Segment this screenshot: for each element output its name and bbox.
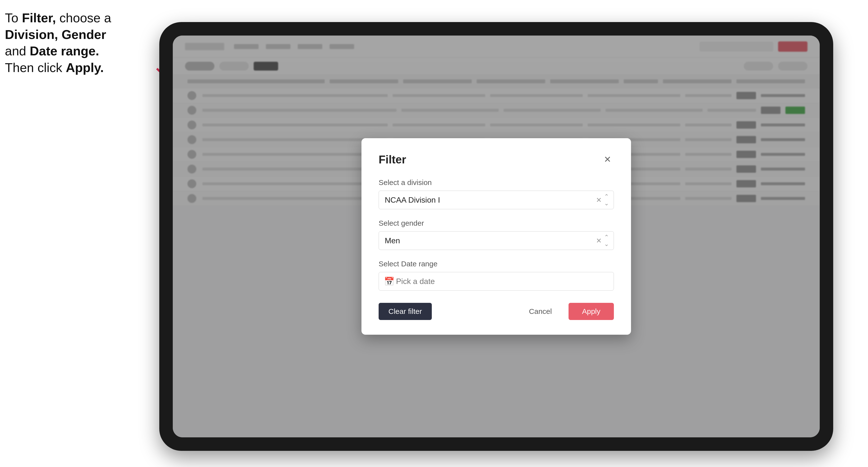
modal-footer: Clear filter Cancel Apply [379, 303, 614, 320]
instruction-line4: Then click Apply. [5, 61, 104, 75]
modal-close-button[interactable]: ✕ [601, 153, 614, 166]
modal-header: Filter ✕ [379, 153, 614, 166]
gender-label: Select gender [379, 219, 614, 227]
filter-modal: Filter ✕ Select a division NCAA Division… [362, 138, 631, 335]
date-input-wrapper[interactable]: 📅 [379, 272, 614, 290]
instruction-line1: To Filter, choose a [5, 11, 111, 25]
cancel-button[interactable]: Cancel [518, 303, 563, 320]
date-form-group: Select Date range 📅 [379, 260, 614, 290]
date-label: Select Date range [379, 260, 614, 268]
division-select[interactable]: NCAA Division I NCAA Division II NCAA Di… [379, 191, 614, 209]
instruction-bold2: Division, Gender [5, 27, 106, 42]
gender-select[interactable]: Men Women [379, 231, 614, 250]
instruction-text: To Filter, choose a Division, Gender and… [5, 10, 147, 76]
division-select-wrapper[interactable]: NCAA Division I NCAA Division II NCAA Di… [379, 191, 614, 209]
calendar-icon: 📅 [384, 276, 394, 286]
division-clear-icon[interactable]: ✕ [596, 196, 601, 204]
clear-filter-button[interactable]: Clear filter [379, 303, 432, 320]
gender-select-wrapper[interactable]: Men Women ✕ ⌃⌄ [379, 231, 614, 250]
tablet-screen: Filter ✕ Select a division NCAA Division… [173, 35, 820, 437]
gender-clear-icon[interactable]: ✕ [596, 237, 601, 245]
gender-form-group: Select gender Men Women ✕ ⌃⌄ [379, 219, 614, 250]
apply-button[interactable]: Apply [568, 303, 614, 320]
tablet-frame: Filter ✕ Select a division NCAA Division… [159, 22, 833, 451]
division-label: Select a division [379, 178, 614, 187]
modal-overlay: Filter ✕ Select a division NCAA Division… [173, 35, 820, 437]
modal-title: Filter [379, 153, 406, 166]
division-form-group: Select a division NCAA Division I NCAA D… [379, 178, 614, 209]
instruction-line3: and Date range. [5, 44, 99, 58]
date-input[interactable] [379, 272, 614, 290]
footer-right-actions: Cancel Apply [518, 303, 614, 320]
